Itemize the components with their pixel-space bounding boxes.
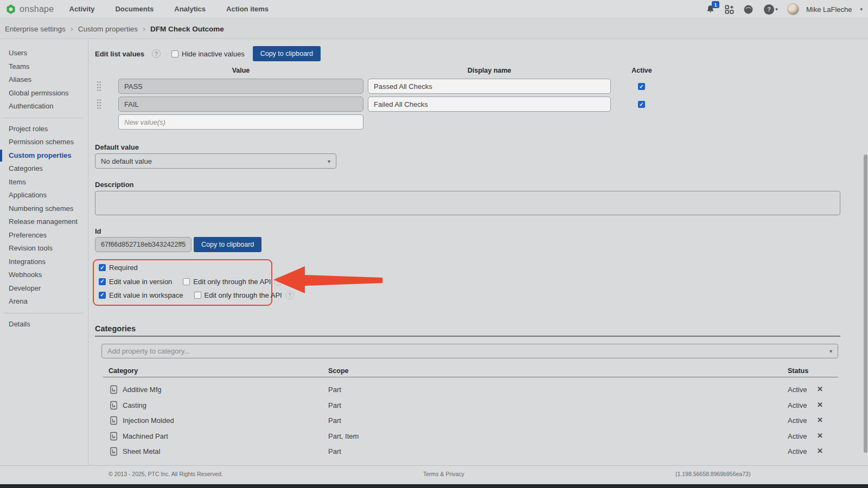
nav-action-items[interactable]: Action items (226, 5, 269, 13)
user-avatar[interactable] (787, 3, 799, 15)
category-scope: Part (328, 401, 341, 409)
required-checkbox[interactable]: ✓ (99, 264, 106, 271)
default-value-selected: No default value (101, 157, 152, 165)
add-category-dropdown[interactable]: Add property to category... ▾ (101, 344, 838, 358)
drag-handle[interactable] (97, 81, 101, 91)
red-pointer-arrow (271, 264, 382, 296)
sidebar-item-webhooks[interactable]: Webhooks (0, 268, 88, 282)
sidebar-item-preferences[interactable]: Preferences (0, 229, 88, 242)
breadcrumb: Enterprise settings › Custom properties … (0, 19, 868, 39)
description-textarea[interactable] (95, 191, 840, 215)
category-status: Active (788, 386, 807, 394)
edit-version-option-row: ✓ Edit value in version Edit only throug… (99, 277, 283, 286)
category-name[interactable]: Additive Mfg (123, 386, 162, 394)
footer-terms-link[interactable]: Terms & Privacy (423, 471, 464, 477)
api-only-version-checkbox[interactable] (183, 278, 190, 285)
category-status: Active (788, 432, 807, 440)
nav-right-cluster: 1 ? ▾ Mike LaFleche (705, 0, 863, 18)
edit-list-header-row: Edit list values ? Hide inactive values … (95, 46, 321, 61)
copy-list-to-clipboard-button[interactable]: Copy to clipboard (253, 46, 321, 61)
nav-activity[interactable]: Activity (69, 5, 95, 13)
sidebar-item-teams[interactable]: Teams (0, 60, 88, 74)
api-only-workspace-checkbox[interactable] (194, 292, 201, 299)
display-name-input-fail[interactable] (368, 97, 611, 112)
edit-value-in-workspace-label[interactable]: Edit value in workspace (109, 291, 183, 299)
default-value-dropdown[interactable]: No default value ▾ (95, 153, 336, 169)
active-checkbox-fail[interactable]: ✓ (638, 101, 645, 108)
edit-value-in-version-label[interactable]: Edit value in version (109, 278, 172, 286)
category-status: Active (788, 447, 807, 455)
sidebar-item-custom-properties[interactable]: Custom properties (0, 149, 88, 163)
new-value-input[interactable] (118, 114, 363, 130)
table-row: Injection Molded Part Active ✕ (88, 413, 863, 428)
sidebar-item-aliases[interactable]: Aliases (0, 73, 88, 87)
copy-id-to-clipboard-button[interactable]: Copy to clipboard (194, 237, 261, 252)
edit-list-help-icon[interactable]: ? (152, 49, 161, 58)
description-label: Description (95, 181, 134, 189)
column-header-category: Category (108, 367, 138, 375)
nav-analytics[interactable]: Analytics (174, 5, 206, 13)
vertical-scrollbar-thumb[interactable] (864, 155, 867, 453)
settings-sidebar: Users Teams Aliases Global permissions A… (0, 39, 88, 465)
table-row: Casting Part Active ✕ (88, 397, 863, 413)
edit-value-in-workspace-checkbox[interactable]: ✓ (99, 292, 106, 299)
sidebar-item-items[interactable]: Items (0, 176, 88, 189)
app-launcher-icon[interactable] (724, 3, 736, 15)
user-name[interactable]: Mike LaFleche (806, 5, 852, 14)
remove-category-button[interactable]: ✕ (817, 432, 823, 440)
sidebar-item-release-management[interactable]: Release management (0, 215, 88, 229)
sidebar-item-users[interactable]: Users (0, 47, 88, 60)
remove-category-button[interactable]: ✕ (817, 385, 823, 393)
sidebar-item-categories[interactable]: Categories (0, 162, 88, 176)
nav-documents[interactable]: Documents (115, 5, 154, 13)
breadcrumb-enterprise-settings[interactable]: Enterprise settings (5, 25, 66, 33)
value-input-fail (118, 97, 363, 112)
chevron-down-icon: ▾ (328, 158, 330, 164)
sidebar-item-authentication[interactable]: Authentication (0, 100, 88, 113)
column-header-scope: Scope (328, 367, 349, 375)
display-name-input-pass[interactable] (368, 79, 611, 94)
sidebar-item-permission-schemes[interactable]: Permission schemes (0, 136, 88, 149)
table-row: Additive Mfg Part Active ✕ (88, 382, 863, 397)
category-name[interactable]: Casting (123, 401, 146, 409)
hide-inactive-checkbox[interactable] (171, 50, 178, 57)
help-menu[interactable]: ? ▾ (762, 3, 780, 15)
sidebar-item-arena[interactable]: Arena (0, 295, 88, 309)
learning-center-icon[interactable] (743, 3, 755, 15)
sidebar-item-applications[interactable]: Applications (0, 189, 88, 202)
category-icon (110, 416, 118, 425)
drag-handle[interactable] (97, 99, 101, 109)
api-only-workspace-label[interactable]: Edit only through the API (205, 291, 282, 299)
category-name[interactable]: Sheet Metal (123, 447, 160, 455)
sidebar-item-details[interactable]: Details (0, 318, 88, 331)
sidebar-item-project-roles[interactable]: Project roles (0, 123, 88, 136)
sidebar-item-developer[interactable]: Developer (0, 282, 88, 296)
active-checkbox-pass[interactable]: ✓ (638, 83, 645, 90)
chevron-down-icon: ▾ (829, 348, 832, 354)
category-name[interactable]: Injection Molded (123, 416, 174, 425)
footer-version: (1.198.56658.8969b956ea73) (675, 471, 750, 477)
edit-value-in-version-checkbox[interactable]: ✓ (99, 278, 106, 285)
remove-category-button[interactable]: ✕ (817, 401, 823, 409)
sidebar-item-global-permissions[interactable]: Global permissions (0, 87, 88, 100)
sidebar-item-revision-tools[interactable]: Revision tools (0, 242, 88, 255)
user-menu-caret-icon[interactable]: ▾ (860, 7, 863, 12)
hide-inactive-label[interactable]: Hide inactive values (182, 50, 245, 58)
breadcrumb-custom-properties[interactable]: Custom properties (78, 25, 138, 33)
id-label: Id (95, 227, 101, 235)
remove-category-button[interactable]: ✕ (817, 447, 823, 455)
onshape-logo[interactable]: onshape (5, 4, 54, 15)
remove-category-button[interactable]: ✕ (817, 416, 823, 424)
sidebar-item-numbering-schemes[interactable]: Numbering schemes (0, 202, 88, 216)
sidebar-divider (3, 313, 84, 313)
check-icon: ✓ (100, 265, 104, 271)
grid-plus-icon (724, 4, 735, 15)
category-name[interactable]: Machined Part (123, 432, 168, 440)
sidebar-item-integrations[interactable]: Integrations (0, 255, 88, 269)
required-label[interactable]: Required (109, 264, 138, 272)
category-scope: Part, Item (328, 432, 359, 440)
api-only-version-label[interactable]: Edit only through the API (193, 278, 271, 286)
onshape-logo-icon (5, 4, 16, 15)
notifications-bell-icon[interactable]: 1 (705, 3, 717, 15)
enterprise-settings-page: onshape Activity Documents Analytics Act… (0, 0, 868, 488)
